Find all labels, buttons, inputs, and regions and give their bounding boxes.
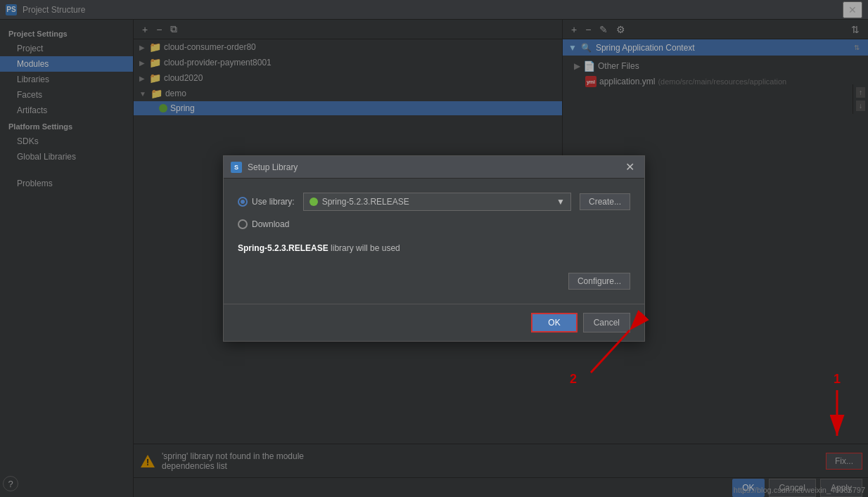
library-info: Spring-5.2.3.RELEASE library will be use… [238,238,630,259]
dropdown-arrow-icon: ▼ [556,197,565,207]
dialog-footer: OK Cancel [224,304,644,341]
configure-button[interactable]: Configure... [568,273,630,290]
use-library-radio-circle [238,197,248,207]
dialog-title-left: S Setup Library [231,162,298,173]
setup-library-dialog: S Setup Library ✕ Use library: Spring-5.… [223,155,645,342]
dialog-title-bar: S Setup Library ✕ [224,156,644,179]
download-radio-circle [238,219,248,229]
library-dropdown[interactable]: Spring-5.2.3.RELEASE ▼ [303,193,571,211]
dialog-cancel-button[interactable]: Cancel [583,313,630,333]
dialog-close-button[interactable]: ✕ [623,160,637,174]
download-row: Download [238,219,630,229]
configure-row: Configure... [238,273,630,290]
dialog-ok-button[interactable]: OK [531,313,577,333]
use-library-label: Use library: [252,197,295,207]
dialog-title: Setup Library [248,162,298,172]
use-library-row: Use library: Spring-5.2.3.RELEASE ▼ Crea… [238,193,630,211]
library-dropdown-left: Spring-5.2.3.RELEASE [309,197,409,207]
spring-dropdown-icon [309,198,318,206]
dialog-overlay: S Setup Library ✕ Use library: Spring-5.… [0,0,868,497]
download-radio[interactable]: Download [238,219,289,229]
dialog-icon: S [231,162,242,173]
library-name: Spring-5.2.3.RELEASE [322,197,409,207]
use-library-radio[interactable]: Use library: [238,197,295,207]
dialog-content: Use library: Spring-5.2.3.RELEASE ▼ Crea… [224,179,644,304]
download-label: Download [252,219,289,229]
create-button[interactable]: Create... [580,193,630,210]
